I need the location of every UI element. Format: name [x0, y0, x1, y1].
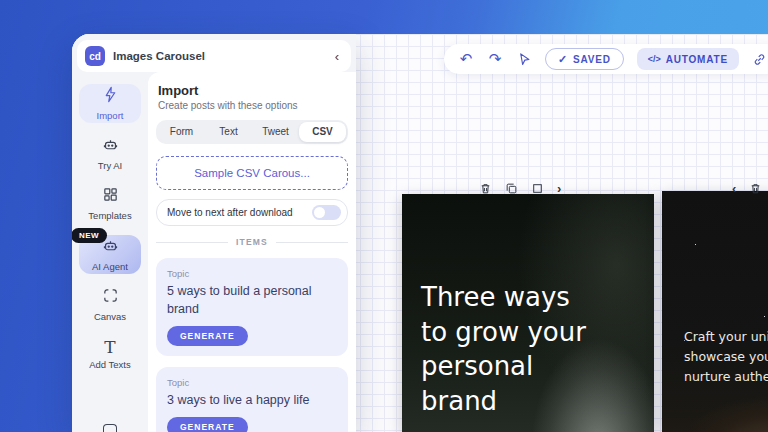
cursor-icon[interactable]	[516, 51, 532, 67]
undo-icon[interactable]: ↶	[458, 51, 474, 67]
frame-icon[interactable]	[531, 182, 544, 195]
app-logo: cd	[85, 46, 105, 66]
sidebar-item-add-texts[interactable]: T Add Texts	[79, 335, 141, 374]
sidebar-item-ai-agent[interactable]: NEW AI Agent	[79, 235, 141, 274]
sidebar-item-label: Add Texts	[89, 359, 131, 370]
topic-card-2: Topic 3 ways to live a happy life GENERA…	[156, 367, 348, 432]
import-panel: Import Create posts with these options F…	[148, 72, 356, 432]
sidebar-item-label: Templates	[88, 210, 131, 221]
crop-icon	[102, 287, 119, 308]
slide1-toolbar: ›	[479, 182, 561, 195]
top-toolbar: ↶ ↷ ✓ SAVED </> AUTOMATE	[444, 44, 768, 74]
redo-icon[interactable]: ↷	[487, 51, 503, 67]
robot-icon	[102, 136, 119, 157]
panel-header: cd Images Carousel ‹	[77, 40, 351, 72]
tab-tweet[interactable]: Tweet	[252, 122, 299, 142]
sidebar-item-label: Try AI	[98, 160, 122, 171]
topic-value: 5 ways to build a personal brand	[167, 282, 337, 318]
sidebar-item-label: Canvas	[94, 311, 126, 322]
tab-text[interactable]: Text	[205, 122, 252, 142]
chevron-right-icon[interactable]: ›	[557, 182, 561, 195]
move-next-toggle-row: Move to next after download	[156, 199, 348, 226]
sidebar-item-try-ai[interactable]: Try AI	[79, 134, 141, 173]
grid-icon	[102, 186, 119, 207]
move-next-toggle[interactable]	[312, 205, 341, 220]
toggle-knob	[314, 207, 325, 218]
import-title: Import	[156, 83, 348, 98]
sidebar-item-canvas[interactable]: Canvas	[79, 285, 141, 324]
generate-button[interactable]: GENERATE	[167, 326, 248, 346]
sidebar-item-label: AI Agent	[92, 261, 128, 272]
new-badge: NEW	[72, 228, 107, 243]
tab-csv[interactable]: CSV	[299, 122, 346, 142]
slide2-toolbar: ‹	[732, 182, 762, 195]
text-icon: T	[104, 339, 115, 356]
topic-card-1: Topic 5 ways to build a personal brand G…	[156, 258, 348, 356]
trash-icon[interactable]	[749, 182, 762, 195]
project-title: Images Carousel	[113, 50, 327, 62]
generate-button[interactable]: GENERATE	[167, 417, 248, 432]
carousel-slide-1[interactable]: Three ways to grow your personal brand	[402, 194, 654, 432]
topic-value: 3 ways to live a happy life	[167, 391, 337, 409]
tab-form[interactable]: Form	[158, 122, 205, 142]
sample-csv-button[interactable]: Sample CSV Carous...	[156, 156, 348, 190]
slide1-headline: Three ways to grow your personal brand	[421, 280, 586, 418]
sidebar: Import Try AI Templates NEW AI Agent	[72, 72, 148, 432]
check-icon: ✓	[558, 53, 568, 66]
chevron-left-icon[interactable]: ‹	[732, 182, 736, 195]
topic-field-label: Topic	[167, 268, 337, 279]
slide2-caption: Craft your uniqu showcase your e nurture…	[684, 327, 768, 387]
saved-button[interactable]: ✓ SAVED	[545, 48, 624, 70]
items-divider: ITEMS	[156, 237, 348, 247]
sidebar-item-partial[interactable]	[79, 385, 141, 432]
duplicate-icon[interactable]	[505, 182, 518, 195]
collapse-panel-icon[interactable]: ‹	[335, 49, 339, 64]
automate-label: AUTOMATE	[666, 54, 728, 65]
link-icon[interactable]	[752, 51, 768, 67]
carousel-slide-2[interactable]: Craft your uniqu showcase your e nurture…	[662, 191, 768, 432]
trash-icon[interactable]	[479, 182, 492, 195]
automate-button[interactable]: </> AUTOMATE	[637, 48, 739, 70]
toggle-label: Move to next after download	[167, 207, 293, 218]
saved-label: SAVED	[573, 54, 611, 65]
sidebar-item-label: Import	[97, 110, 124, 121]
import-tabs: Form Text Tweet CSV	[156, 120, 348, 144]
left-panel: cd Images Carousel ‹ Import Try AI Templ…	[72, 34, 356, 432]
topic-field-label: Topic	[167, 377, 337, 388]
sidebar-item-templates[interactable]: Templates	[79, 184, 141, 223]
sidebar-item-import[interactable]: Import	[79, 84, 141, 123]
code-icon: </>	[648, 54, 661, 64]
lightning-icon	[102, 86, 119, 107]
import-subtitle: Create posts with these options	[156, 100, 348, 111]
partial-icon	[103, 424, 117, 432]
